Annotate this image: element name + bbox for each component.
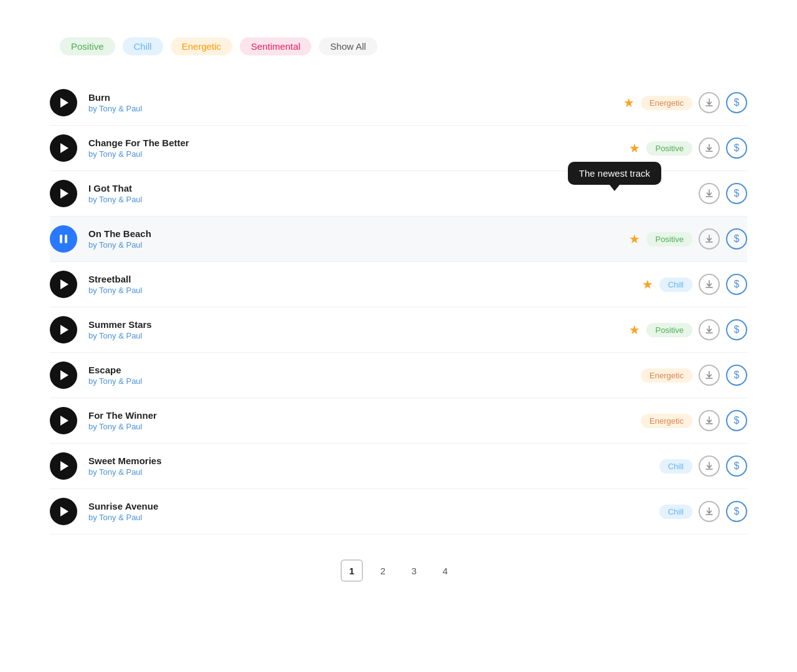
play-button[interactable] (50, 271, 77, 298)
track-row: Escapeby Tony & PaulEnergetic$ (50, 353, 747, 398)
filter-chip-sentimental[interactable]: Sentimental (240, 37, 311, 55)
track-info: Escapeby Tony & Paul (88, 365, 641, 386)
track-actions: ★Positive$ (629, 138, 747, 159)
track-artist[interactable]: by Tony & Paul (88, 286, 642, 295)
track-actions: Energetic$ (641, 410, 747, 431)
page-button-1[interactable]: 1 (341, 559, 363, 582)
track-info: Sunrise Avenueby Tony & Paul (88, 501, 659, 522)
filter-chip-positive[interactable]: Positive (60, 37, 115, 55)
download-button[interactable] (699, 183, 720, 204)
track-artist[interactable]: by Tony & Paul (88, 240, 629, 250)
play-button[interactable] (50, 180, 77, 207)
download-button[interactable] (699, 274, 720, 295)
purchase-button[interactable]: $ (726, 501, 747, 522)
download-button[interactable] (699, 365, 720, 386)
page-button-3[interactable]: 3 (403, 559, 425, 582)
pause-button[interactable] (50, 225, 77, 253)
track-actions: ★Positive$ (629, 319, 747, 340)
filter-chip-energetic[interactable]: Energetic (171, 37, 232, 55)
play-icon (60, 416, 68, 426)
page-button-2[interactable]: 2 (372, 559, 394, 582)
mood-badge: Energetic (641, 96, 692, 110)
play-button[interactable] (50, 452, 77, 480)
purchase-button[interactable]: $ (726, 319, 747, 340)
track-info: Sweet Memoriesby Tony & Paul (88, 455, 659, 477)
mood-badge: Positive (646, 232, 692, 246)
track-artist[interactable]: by Tony & Paul (88, 195, 692, 204)
track-title: I Got That (88, 183, 692, 194)
play-button[interactable] (50, 498, 77, 525)
download-button[interactable] (699, 319, 720, 340)
purchase-button[interactable]: $ (726, 410, 747, 431)
track-title: Sunrise Avenue (88, 501, 659, 511)
purchase-button[interactable]: $ (726, 274, 747, 295)
track-row: Burnby Tony & Paul★Energetic$ (50, 80, 747, 126)
download-button[interactable] (699, 92, 720, 113)
purchase-button[interactable]: $ (726, 138, 747, 159)
track-artist[interactable]: by Tony & Paul (88, 376, 641, 386)
track-list: Burnby Tony & Paul★Energetic$Change For … (50, 80, 747, 534)
star-icon[interactable]: ★ (642, 277, 653, 292)
track-row: Streetballby Tony & Paul★Chill$ (50, 262, 747, 307)
track-title: Streetball (88, 274, 642, 284)
purchase-button[interactable]: $ (726, 455, 747, 477)
play-icon (60, 98, 68, 108)
track-actions: ★Chill$ (642, 274, 747, 295)
play-button[interactable] (50, 316, 77, 343)
download-button[interactable] (699, 501, 720, 522)
mood-badge: Energetic (641, 368, 692, 383)
track-title: Change For The Better (88, 138, 629, 148)
page-button-4[interactable]: 4 (434, 559, 456, 582)
track-row: Summer Starsby Tony & Paul★Positive$ (50, 307, 747, 353)
play-button[interactable] (50, 407, 77, 434)
play-icon (60, 461, 68, 471)
download-button[interactable] (699, 228, 720, 250)
track-actions: Energetic$ (641, 365, 747, 386)
track-title: Summer Stars (88, 319, 629, 330)
track-info: Summer Starsby Tony & Paul (88, 319, 629, 340)
track-row: On The Beachby Tony & Paul★Positive$ (50, 217, 747, 262)
track-artist[interactable]: by Tony & Paul (88, 467, 659, 477)
track-artist[interactable]: by Tony & Paul (88, 104, 623, 113)
play-icon (60, 506, 68, 516)
track-actions: Chill$ (659, 455, 747, 477)
purchase-button[interactable]: $ (726, 92, 747, 113)
purchase-button[interactable]: $ (726, 228, 747, 250)
track-title: Burn (88, 92, 623, 103)
purchase-button[interactable]: $ (726, 365, 747, 386)
mood-badge: Chill (659, 278, 692, 292)
star-icon[interactable]: ★ (629, 141, 640, 156)
play-button[interactable] (50, 134, 77, 162)
track-artist[interactable]: by Tony & Paul (88, 149, 629, 159)
mood-badge: Positive (646, 323, 692, 337)
track-info: Streetballby Tony & Paul (88, 274, 642, 295)
play-button[interactable] (50, 89, 77, 116)
download-button[interactable] (699, 410, 720, 431)
purchase-button[interactable]: $ (726, 183, 747, 204)
track-artist[interactable]: by Tony & Paul (88, 422, 641, 431)
track-info: I Got Thatby Tony & Paul (88, 183, 692, 204)
download-button[interactable] (699, 138, 720, 159)
play-icon (60, 325, 68, 335)
download-button[interactable] (699, 455, 720, 477)
track-artist[interactable]: by Tony & Paul (88, 331, 629, 340)
play-icon (60, 143, 68, 153)
star-icon[interactable]: ★ (629, 322, 640, 337)
track-actions: ★Positive$ (629, 228, 747, 250)
track-actions: ★Energetic$ (623, 92, 747, 113)
star-icon[interactable]: ★ (623, 95, 634, 110)
track-artist[interactable]: by Tony & Paul (88, 513, 659, 522)
star-icon[interactable]: ★ (629, 231, 640, 246)
mood-badge: Energetic (641, 414, 692, 428)
play-button[interactable] (50, 362, 77, 389)
mood-badge: Chill (659, 459, 692, 474)
track-title: Escape (88, 365, 641, 375)
track-row: Sunrise Avenueby Tony & PaulChill$ (50, 489, 747, 534)
filter-chip-chill[interactable]: Chill (123, 37, 163, 55)
filter-chip-showall[interactable]: Show All (319, 37, 377, 55)
track-title: For The Winner (88, 410, 641, 421)
filter-bar: PositiveChillEnergeticSentimentalShow Al… (50, 37, 747, 55)
track-row: I Got Thatby Tony & PaulThe newest track… (50, 171, 747, 217)
track-info: For The Winnerby Tony & Paul (88, 410, 641, 431)
pagination: 1234 (50, 559, 747, 582)
